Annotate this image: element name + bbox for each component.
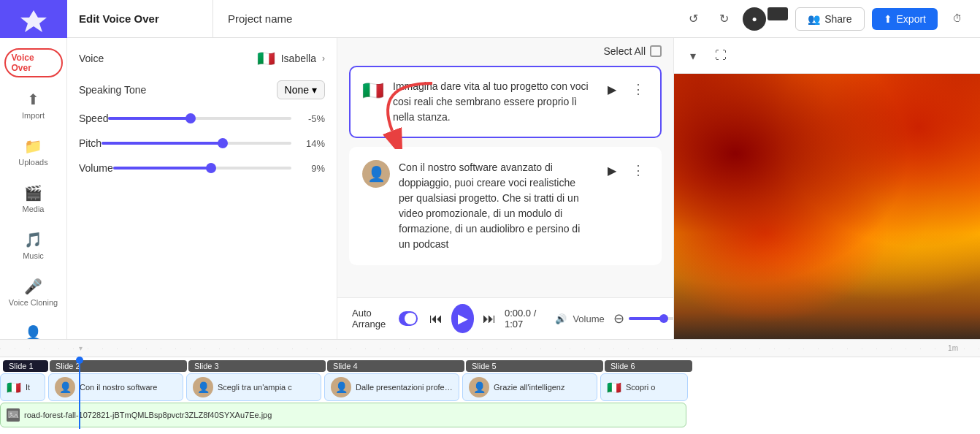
image-track-row: road-forest-fall-1072821-jBTmQMLBsp8pvct… (0, 401, 980, 429)
speaking-tone-chevron-icon: ▾ (312, 84, 317, 96)
select-all[interactable]: Select All (603, 45, 662, 57)
zoom-out-button[interactable]: ⊖ (613, 311, 624, 327)
voice-card-1[interactable]: 🇮🇹 Immagina dare vita al tuo progetto co… (349, 66, 662, 138)
voice-segment-4[interactable]: 👤 Dalle presentazioni profession (324, 373, 459, 401)
speed-fill (108, 117, 191, 120)
avatar-icon: 👤 (24, 324, 42, 339)
playhead-handle[interactable] (76, 357, 83, 364)
zoom-thumb[interactable] (659, 314, 668, 323)
voice-segment-6[interactable]: 🇮🇹 Scopri o (600, 373, 688, 401)
pitch-value: 14% (299, 138, 325, 149)
speed-thumb[interactable] (185, 113, 196, 123)
sidebar-item-import[interactable]: ⬆ Import (0, 83, 66, 127)
voice-segment-2-inner: 👤 Con il nostro software (49, 377, 163, 397)
zoom-slider[interactable] (629, 317, 673, 320)
voice-selector[interactable]: 🇮🇹 Isabella › (257, 50, 325, 67)
voice-name: Isabella (281, 53, 316, 64)
volume-track[interactable] (113, 167, 291, 170)
skip-back-button[interactable]: ⏮ (426, 307, 445, 330)
share-button[interactable]: 👥 Share (795, 7, 864, 31)
voice-label: Voice (79, 53, 104, 64)
volume-slider[interactable]: 9% (113, 163, 325, 174)
slide-label-6[interactable]: Slide 6 (605, 360, 692, 372)
voice-seg-2-avatar: 👤 (55, 377, 75, 397)
volume-thumb[interactable] (206, 163, 216, 173)
transport-bar: Auto Arrange ⏮ ▶ ⏭ 0:00.0 / 1:07 🔊 Volum… (337, 297, 673, 339)
voice-card-2[interactable]: 👤 Con il nostro software avanzato di dop… (349, 147, 662, 265)
import-icon: ⬆ (27, 91, 39, 108)
timeline-playhead[interactable] (79, 357, 80, 429)
sidebar-item-avatar[interactable]: 👤 Avatar (0, 317, 66, 339)
speaking-tone-select[interactable]: None ▾ (277, 80, 325, 99)
voice-segment-1[interactable]: 🇮🇹 It (0, 373, 45, 401)
icon-sidebar: Voice Over ⬆ Import 📁 Uploads 🎬 Media 🎵 … (0, 38, 67, 339)
history-button[interactable]: ⏱ (945, 7, 968, 31)
controls-panel: Voice 🇮🇹 Isabella › Speaking Tone None ▾… (67, 38, 337, 339)
voice-card-1-play-button[interactable]: ▶ (602, 79, 622, 99)
sidebar-item-voice-over[interactable]: Voice Over (4, 48, 63, 77)
volume-value: 9% (299, 163, 325, 174)
voice-seg-5-text: Grazie all'intelligenz (494, 383, 564, 392)
undo-button[interactable]: ↺ (681, 7, 705, 31)
uploads-label: Uploads (18, 158, 47, 167)
user-avatar[interactable]: ● (743, 7, 766, 31)
voice-track-row: 🇮🇹 It 👤 Con il nostro software 👤 Scegli … (0, 373, 980, 401)
sidebar-item-music[interactable]: 🎵 Music (0, 224, 66, 267)
pitch-track[interactable] (102, 142, 291, 145)
volume-area: 🔊 Volume (555, 313, 604, 324)
slide-label-3[interactable]: Slide 3 (188, 360, 326, 372)
slide-label-5[interactable]: Slide 5 (466, 360, 603, 372)
play-main-button[interactable]: ▶ (451, 304, 475, 333)
app-logo (0, 0, 67, 38)
skip-forward-button[interactable]: ⏭ (480, 307, 498, 330)
avatar-group: ● (743, 7, 788, 31)
voice-segment-5[interactable]: 👤 Grazie all'intelligenz (462, 373, 597, 401)
pitch-label: Pitch (79, 137, 102, 149)
transport-controls: ⏮ ▶ ⏭ 0:00.0 / 1:07 (426, 304, 546, 333)
pitch-slider[interactable]: 14% (102, 138, 325, 149)
voice-cloning-label: Voice Cloning (9, 298, 58, 307)
time-display: 0:00.0 / 1:07 (505, 308, 546, 330)
voice-card-1-actions: ▶ ⋮ (602, 79, 648, 99)
voice-segment-3[interactable]: 👤 Scegli tra un'ampia c (186, 373, 321, 401)
voice-card-2-avatar: 👤 (362, 160, 390, 188)
voice-card-2-play-button[interactable]: ▶ (602, 160, 622, 180)
preview-panel: ▾ ⛶ (673, 38, 980, 339)
export-label: Export (897, 13, 926, 25)
voice-card-2-more-button[interactable]: ⋮ (628, 160, 648, 180)
preview-fullscreen-button[interactable]: ⛶ (709, 44, 732, 67)
timeline-ruler: ▾ 1m (0, 340, 980, 357)
preview-image (674, 74, 980, 339)
redo-button[interactable]: ↻ (712, 7, 735, 31)
zoom-fill (629, 317, 664, 320)
pitch-thumb[interactable] (218, 138, 228, 148)
select-all-label: Select All (603, 45, 646, 57)
slide-label-2[interactable]: Slide 2 (50, 360, 187, 372)
pitch-fill (102, 142, 223, 145)
image-segment[interactable]: road-forest-fall-1072821-jBTmQMLBsp8pvct… (0, 403, 686, 427)
auto-arrange-toggle[interactable] (399, 311, 418, 326)
voice-card-1-more-button[interactable]: ⋮ (628, 79, 648, 99)
speed-slider[interactable]: -5% (108, 113, 325, 124)
time-total: 1:07 (505, 319, 523, 330)
layout-rect[interactable] (767, 7, 788, 20)
share-label: Share (824, 13, 851, 25)
slide-label-4[interactable]: Slide 4 (327, 360, 464, 372)
voice-segment-2[interactable]: 👤 Con il nostro software (48, 373, 183, 401)
page-title: Edit Voice Over (67, 0, 213, 37)
project-name[interactable]: Project name (213, 12, 681, 25)
sidebar-item-voice-cloning[interactable]: 🎤 Voice Cloning (0, 270, 66, 314)
sidebar-item-media[interactable]: 🎬 Media (0, 177, 66, 221)
sidebar-item-uploads[interactable]: 📁 Uploads (0, 130, 66, 174)
slide-label-4-spacer: Slide 4 (327, 360, 464, 372)
timeline-area: ▾ 1m Slide 1 Slide 2 Slide 3 Sli (0, 339, 980, 434)
voice-list-header: Select All (337, 38, 673, 61)
slide-label-1[interactable]: Slide 1 (3, 360, 48, 372)
slide-2-text: Slide 2 (55, 362, 80, 370)
voice-segment-6-inner: 🇮🇹 Scopri o (601, 381, 661, 395)
export-button[interactable]: ⬆ Export (872, 8, 938, 30)
preview-layout-button[interactable]: ▾ (681, 44, 705, 67)
slide-3-text: Slide 3 (194, 362, 219, 370)
speed-track[interactable] (108, 117, 291, 120)
select-all-checkbox[interactable] (650, 45, 662, 57)
